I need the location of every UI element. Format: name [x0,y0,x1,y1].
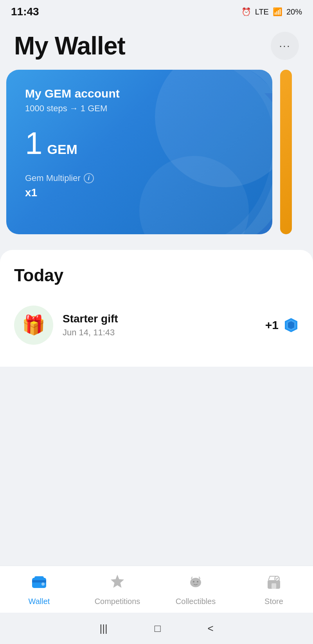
page-title: My Wallet [14,31,125,60]
gem-coin-icon [283,317,299,333]
cards-carousel: My GEM account 1000 steps → 1 GEM 1 GEM … [0,70,313,234]
system-back-button[interactable]: < [207,622,213,635]
nav-label-store: Store [264,597,283,606]
header: My Wallet ··· [0,24,313,70]
gem-multiplier-label: Gem Multiplier i [25,173,254,183]
gem-multiplier-value: x1 [25,186,254,199]
nav-item-collectibles[interactable]: Collectibles [156,566,235,613]
transaction-info: Starter gift Jun 14, 11:43 [63,313,256,338]
gem-currency: GEM [47,142,77,157]
alarm-icon: ⏰ [241,7,251,16]
transaction-amount: +1 [265,317,299,333]
status-time: 11:43 [11,5,39,18]
collectibles-icon [187,573,204,594]
svg-marker-2 [288,321,294,329]
transaction-amount-value: +1 [265,318,279,332]
status-bar: 11:43 ⏰ LTE 📶 20% [0,0,313,24]
transaction-item[interactable]: 🎁 Starter gift Jun 14, 11:43 +1 [14,299,299,351]
gem-card-title: My GEM account [25,87,254,100]
svg-point-10 [193,581,194,582]
info-icon[interactable]: i [84,173,94,183]
system-nav: ||| □ < [0,613,313,644]
today-section: Today 🎁 Starter gift Jun 14, 11:43 +1 [0,250,313,367]
svg-point-11 [197,581,198,582]
lte-icon: LTE [255,7,269,16]
more-button[interactable]: ··· [271,32,299,60]
gem-number: 1 [25,128,43,159]
signal-icon: 📶 [273,7,282,16]
orange-card-peek[interactable] [280,70,292,234]
store-icon [265,573,282,594]
transaction-name: Starter gift [63,313,256,325]
battery-icon: 20% [286,7,302,16]
nav-item-store[interactable]: Store [235,566,313,613]
transaction-date: Jun 14, 11:43 [63,327,256,338]
main-content: My Wallet ··· My GEM account 1000 steps … [0,24,313,566]
svg-rect-4 [32,580,46,582]
transaction-icon: 🎁 [14,306,53,345]
system-menu-button[interactable]: ||| [99,622,107,635]
svg-rect-13 [272,583,276,589]
svg-point-6 [41,582,45,586]
nav-label-wallet: Wallet [29,597,50,606]
gem-card-subtitle: 1000 steps → 1 GEM [25,103,254,114]
svg-rect-5 [34,576,44,579]
nav-label-collectibles: Collectibles [176,597,216,606]
today-title: Today [14,266,299,285]
nav-item-competitions[interactable]: Competitions [78,566,156,613]
gem-card[interactable]: My GEM account 1000 steps → 1 GEM 1 GEM … [6,70,272,234]
competitions-icon [109,573,126,594]
system-home-button[interactable]: □ [155,622,161,635]
nav-item-wallet[interactable]: Wallet [0,566,78,613]
status-icons: ⏰ LTE 📶 20% [241,7,302,16]
nav-label-competitions: Competitions [95,597,140,606]
gem-amount: 1 GEM [25,128,254,159]
wallet-icon [31,573,48,594]
bottom-nav: Wallet Competitions Collectibles [0,566,313,613]
